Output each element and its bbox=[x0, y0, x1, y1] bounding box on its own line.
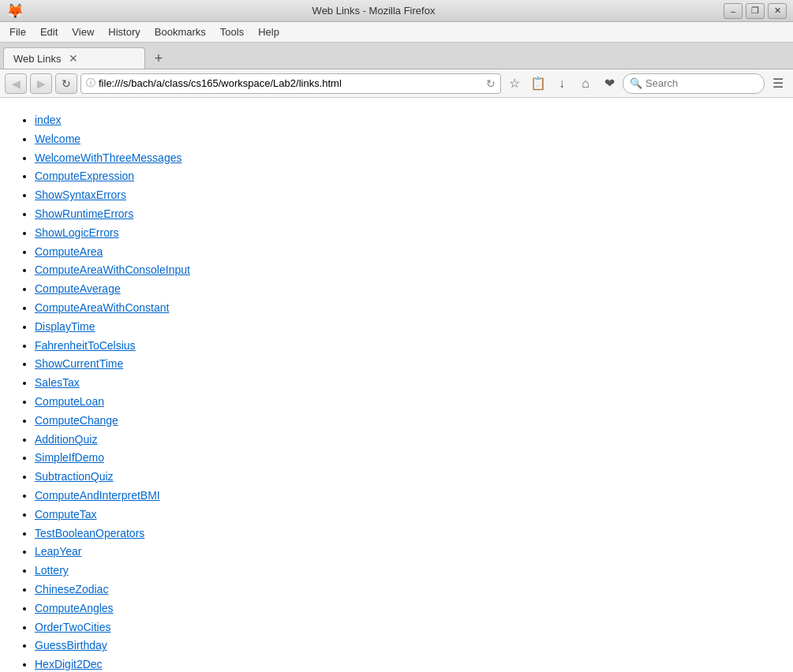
menu-item-bookmarks[interactable]: Bookmarks bbox=[148, 24, 212, 40]
reload-button[interactable]: ↻ bbox=[55, 73, 77, 94]
list-item: ComputeChange bbox=[35, 412, 774, 430]
list-item: AdditionQuiz bbox=[35, 431, 774, 449]
navbar: ◀ ▶ ↻ ⓘ ↻ ☆ 📋 ↓ ⌂ ❤ 🔍 ☰ bbox=[0, 69, 793, 98]
menu-item-history[interactable]: History bbox=[102, 24, 146, 40]
link-fahrenheittocelsius[interactable]: FahrenheitToCelsius bbox=[35, 339, 136, 352]
link-computeloan[interactable]: ComputeLoan bbox=[35, 395, 104, 408]
list-item: ShowSyntaxErrors bbox=[35, 186, 774, 204]
bookmark-edit-button[interactable]: 📋 bbox=[528, 73, 548, 94]
back-button[interactable]: ◀ bbox=[5, 73, 27, 94]
tab-web-links[interactable]: Web Links ✕ bbox=[3, 47, 145, 69]
link-lottery[interactable]: Lottery bbox=[35, 564, 69, 577]
link-showsyntaxerrors[interactable]: ShowSyntaxErrors bbox=[35, 189, 126, 201]
list-item: LeapYear bbox=[35, 543, 774, 561]
link-computeaverage[interactable]: ComputeAverage bbox=[35, 282, 121, 295]
link-showlogicerrors[interactable]: ShowLogicErrors bbox=[35, 226, 119, 239]
list-item: SalesTax bbox=[35, 374, 774, 392]
links-list: indexWelcomeWelcomeWithThreeMessagesComp… bbox=[19, 111, 774, 672]
link-ordertwocities[interactable]: OrderTwoCities bbox=[35, 621, 110, 633]
link-chinesezodiac[interactable]: ChineseZodiac bbox=[35, 583, 108, 595]
reload-icon: ↻ bbox=[62, 77, 71, 90]
firefox-icon: 🦊 bbox=[6, 2, 24, 20]
link-salestax[interactable]: SalesTax bbox=[35, 376, 80, 389]
list-item: Lottery bbox=[35, 562, 774, 580]
list-item: OrderTwoCities bbox=[35, 618, 774, 637]
link-simpleifdemo[interactable]: SimpleIfDemo bbox=[35, 451, 104, 464]
back-icon: ◀ bbox=[12, 77, 21, 90]
list-item: WelcomeWithThreeMessages bbox=[35, 149, 774, 167]
link-subtractionquiz[interactable]: SubtractionQuiz bbox=[35, 470, 114, 483]
download-button[interactable]: ↓ bbox=[552, 73, 572, 94]
list-item: GuessBirthday bbox=[35, 637, 774, 655]
list-item: ComputeAverage bbox=[35, 280, 774, 298]
list-item: ComputeAngles bbox=[35, 599, 774, 618]
minimize-button[interactable]: – bbox=[724, 3, 743, 19]
link-computeexpression[interactable]: ComputeExpression bbox=[35, 170, 134, 182]
tab-label: Web Links bbox=[13, 53, 61, 65]
forward-button[interactable]: ▶ bbox=[30, 73, 52, 94]
titlebar-title: Web Links - Mozilla Firefox bbox=[24, 5, 724, 17]
menu-item-edit[interactable]: Edit bbox=[34, 24, 64, 40]
menubar: FileEditViewHistoryBookmarksToolsHelp bbox=[0, 22, 793, 43]
url-input[interactable] bbox=[99, 77, 483, 89]
link-computeandinterpretbmi[interactable]: ComputeAndInterpretBMI bbox=[35, 489, 160, 502]
new-tab-button[interactable]: + bbox=[148, 48, 169, 69]
search-bar[interactable]: 🔍 bbox=[623, 73, 765, 94]
menu-item-help[interactable]: Help bbox=[252, 24, 286, 40]
link-showruntimeerrors[interactable]: ShowRuntimeErrors bbox=[35, 207, 133, 220]
list-item: Welcome bbox=[35, 130, 774, 148]
list-item: ComputeArea bbox=[35, 243, 774, 261]
menu-button[interactable]: ☰ bbox=[768, 73, 788, 94]
pocket-button[interactable]: ❤ bbox=[599, 73, 619, 94]
tabbar: Web Links ✕ + bbox=[0, 43, 793, 69]
list-item: SimpleIfDemo bbox=[35, 449, 774, 467]
hamburger-icon: ☰ bbox=[772, 76, 784, 91]
link-computeareawithconsoleinput[interactable]: ComputeAreaWithConsoleInput bbox=[35, 263, 190, 276]
menu-item-file[interactable]: File bbox=[3, 24, 32, 40]
restore-button[interactable]: ❐ bbox=[746, 3, 765, 19]
link-welcomewiththreemessages[interactable]: WelcomeWithThreeMessages bbox=[35, 151, 181, 164]
bookmark-icon: 📋 bbox=[530, 76, 546, 91]
link-leapyear[interactable]: LeapYear bbox=[35, 545, 81, 558]
bookmark-star-button[interactable]: ☆ bbox=[504, 73, 525, 94]
link-computechange[interactable]: ComputeChange bbox=[35, 414, 118, 427]
home-button[interactable]: ⌂ bbox=[575, 73, 596, 94]
link-additionquiz[interactable]: AdditionQuiz bbox=[35, 433, 97, 446]
star-icon: ☆ bbox=[509, 76, 520, 91]
link-displaytime[interactable]: DisplayTime bbox=[35, 320, 95, 333]
menu-item-tools[interactable]: Tools bbox=[214, 24, 250, 40]
list-item: DisplayTime bbox=[35, 318, 774, 336]
link-testbooleanoperators[interactable]: TestBooleanOperators bbox=[35, 527, 144, 539]
link-computeareawithconstant[interactable]: ComputeAreaWithConstant bbox=[35, 301, 169, 314]
content-area: indexWelcomeWelcomeWithThreeMessagesComp… bbox=[0, 98, 793, 672]
tab-close-button[interactable]: ✕ bbox=[67, 52, 80, 65]
download-icon: ↓ bbox=[559, 77, 565, 91]
home-icon: ⌂ bbox=[582, 77, 589, 91]
list-item: index bbox=[35, 111, 774, 129]
link-showcurrenttime[interactable]: ShowCurrentTime bbox=[35, 357, 123, 370]
list-item: ShowLogicErrors bbox=[35, 224, 774, 242]
list-item: ComputeExpression bbox=[35, 167, 774, 185]
list-item: ComputeAreaWithConstant bbox=[35, 299, 774, 317]
list-item: ChineseZodiac bbox=[35, 581, 774, 599]
link-guessbirthday[interactable]: GuessBirthday bbox=[35, 639, 107, 651]
list-item: ComputeAndInterpretBMI bbox=[35, 487, 774, 505]
list-item: ComputeAreaWithConsoleInput bbox=[35, 261, 774, 279]
link-computetax[interactable]: ComputeTax bbox=[35, 508, 97, 521]
search-icon: 🔍 bbox=[630, 77, 642, 89]
list-item: HexDigit2Dec bbox=[35, 655, 774, 672]
link-computeangles[interactable]: ComputeAngles bbox=[35, 602, 114, 614]
titlebar-left: 🦊 bbox=[6, 2, 24, 20]
info-icon: ⓘ bbox=[86, 77, 95, 90]
list-item: FahrenheitToCelsius bbox=[35, 337, 774, 355]
link-index[interactable]: index bbox=[35, 114, 61, 126]
close-button[interactable]: ✕ bbox=[768, 3, 787, 19]
address-bar[interactable]: ⓘ ↻ bbox=[80, 73, 501, 94]
titlebar: 🦊 Web Links - Mozilla Firefox – ❐ ✕ bbox=[0, 0, 793, 22]
link-hexdigit2dec[interactable]: HexDigit2Dec bbox=[35, 658, 103, 670]
link-welcome[interactable]: Welcome bbox=[35, 133, 80, 145]
search-input[interactable] bbox=[645, 77, 778, 89]
menu-item-view[interactable]: View bbox=[65, 24, 100, 40]
link-computearea[interactable]: ComputeArea bbox=[35, 245, 103, 258]
list-item: TestBooleanOperators bbox=[35, 525, 774, 543]
